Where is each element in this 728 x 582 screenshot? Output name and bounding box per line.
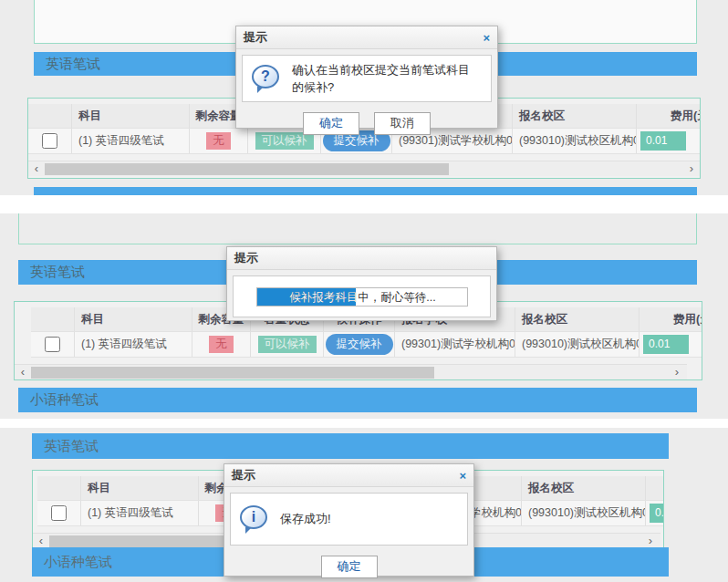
campus-cell: (993010)测试校区机构001 — [522, 501, 646, 525]
col-fee: 费用(元) — [637, 104, 701, 128]
ok-button[interactable]: 确定 — [303, 112, 359, 135]
col-campus: 报名校区 — [515, 307, 640, 331]
horizontal-scrollbar[interactable]: ‹ › — [28, 161, 701, 176]
scroll-right-icon[interactable]: › — [685, 161, 698, 177]
confirm-dialog: 提示 × ? 确认在当前校区提交当前笔试科目的候补? 确定 取消 — [235, 26, 498, 129]
dialog-titlebar: 提示 × — [236, 26, 497, 49]
progress-dialog: 提示 候补报考科目中，耐心等待... 候补报考科目中，耐心等待... — [226, 246, 497, 321]
question-icon: ? — [252, 65, 281, 92]
row-checkbox[interactable] — [51, 505, 67, 521]
row-checkbox[interactable] — [42, 133, 57, 149]
campus-cell: (993010)测试校区机构001 — [513, 129, 637, 153]
campus-cell: (993010)测试校区机构001 — [515, 332, 640, 357]
col-subject: 科目 — [81, 476, 199, 500]
section-title: 英语笔试 — [46, 56, 100, 73]
col-fee: 费用(元) — [640, 307, 702, 331]
section-header-partial — [34, 187, 697, 195]
dialog-body: ? 确认在当前校区提交当前笔试科目的候补? — [242, 55, 492, 102]
col-checkbox — [37, 476, 81, 500]
panel-progress: 英语笔试 科目 剩余容量 容量状态 候补操作 报名学校 报名校区 费用(元) (… — [0, 213, 728, 419]
dialog-title: 提示 — [232, 467, 255, 483]
scroll-left-icon[interactable]: ‹ — [30, 161, 43, 177]
section-title: 英语笔试 — [30, 264, 85, 281]
dialog-message: 保存成功! — [280, 510, 331, 528]
section-title: 英语笔试 — [44, 438, 99, 455]
fee-badge: 0.01 — [643, 335, 689, 354]
col-checkbox — [28, 104, 72, 128]
section-title: 小语种笔试 — [30, 391, 99, 409]
section-title: 小语种笔试 — [44, 554, 112, 571]
remaining-badge: 无 — [209, 336, 234, 353]
fee-badge: 0.01 — [640, 131, 686, 151]
dialog-message: 确认在当前校区提交当前笔试科目的候补? — [292, 61, 479, 97]
panel-success: 英语笔试 科目 剩余容量 容量状态 候补操作 报名学校 报名校区 费用(元) (… — [0, 428, 728, 582]
dialog-footer: 确定 取消 — [236, 108, 497, 139]
waitlist-status-badge: 可以候补 — [258, 336, 317, 353]
dialog-title: 提示 — [234, 250, 258, 266]
upper-content-box — [18, 213, 697, 244]
col-checkbox — [31, 307, 75, 331]
scroll-left-icon[interactable]: ‹ — [16, 365, 29, 380]
dialog-titlebar: 提示 — [227, 247, 496, 270]
scrollbar-thumb[interactable] — [31, 367, 434, 379]
scroll-left-icon[interactable]: ‹ — [35, 534, 47, 548]
dialog-title: 提示 — [244, 29, 267, 46]
subject-cell: (1) 英语四级笔试 — [75, 332, 192, 357]
screenshot-stage: 英语笔试 科目 剩余容量 容量状态 候补操作 报名学校 报名校区 费用(元) (… — [0, 0, 728, 582]
col-campus: 报名校区 — [522, 476, 646, 500]
col-fee: 费用(元) — [646, 476, 664, 500]
horizontal-scrollbar[interactable]: ‹ › — [15, 364, 687, 379]
ok-button[interactable]: 确定 — [321, 556, 378, 578]
dialog-titlebar: 提示 × — [224, 464, 473, 487]
col-subject: 科目 — [72, 104, 190, 128]
success-dialog: 提示 × i 保存成功! 确定 — [224, 463, 474, 577]
scroll-right-icon[interactable]: › — [671, 365, 683, 380]
panel-confirm: 英语笔试 科目 剩余容量 容量状态 候补操作 报名学校 报名校区 费用(元) (… — [0, 0, 728, 195]
info-icon: i — [240, 505, 269, 533]
table-row: (1) 英语四级笔试 无 可以候补 提交候补 (99301)测试学校机构01 (… — [31, 331, 702, 358]
subject-cell: (1) 英语四级笔试 — [81, 501, 199, 525]
row-checkbox[interactable] — [45, 337, 60, 352]
section-header-minor-language: 小语种笔试 — [18, 388, 697, 412]
fee-badge: 0.01 — [650, 504, 664, 523]
col-campus: 报名校区 — [513, 104, 637, 128]
section-header-english-written: 英语笔试 — [32, 433, 669, 459]
remaining-badge: 无 — [206, 132, 231, 150]
submit-waitlist-button[interactable]: 提交候补 — [326, 334, 393, 355]
cancel-button[interactable]: 取消 — [374, 112, 431, 135]
progress-bar: 候补报考科目中，耐心等待... 候补报考科目中，耐心等待... — [256, 287, 468, 307]
school-cell: (99301)测试学校机构01 — [395, 332, 515, 357]
dialog-footer: 确定 — [224, 551, 473, 582]
scrollbar-thumb[interactable] — [45, 163, 449, 175]
close-icon[interactable]: × — [459, 470, 466, 482]
scroll-right-icon[interactable]: › — [644, 534, 657, 548]
subject-cell: (1) 英语四级笔试 — [72, 129, 190, 153]
col-subject: 科目 — [75, 307, 192, 331]
dialog-body: 候补报考科目中，耐心等待... 候补报考科目中，耐心等待... — [233, 275, 491, 317]
close-icon[interactable]: × — [483, 32, 490, 44]
dialog-body: i 保存成功! — [230, 493, 468, 546]
